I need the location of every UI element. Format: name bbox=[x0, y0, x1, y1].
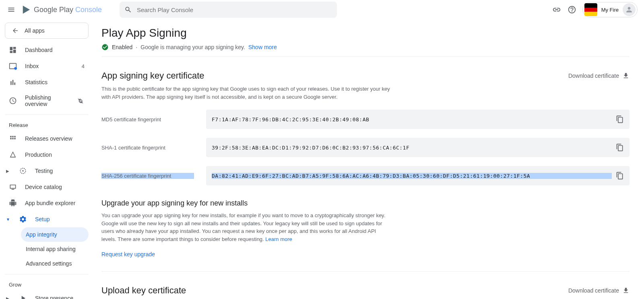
hamburger-menu-button[interactable] bbox=[6, 5, 16, 15]
signing-heading: App signing key certificate bbox=[101, 71, 391, 81]
download-signing-cert-button[interactable]: Download certificate bbox=[568, 71, 630, 79]
bar-chart-icon bbox=[9, 78, 17, 86]
sidebar-item-label: Production bbox=[25, 152, 52, 158]
upload-section: Upload key certificate This is the publi… bbox=[101, 285, 630, 299]
sidebar-subitem-advanced-settings[interactable]: Advanced settings bbox=[21, 256, 89, 271]
copy-md5-button[interactable] bbox=[616, 115, 624, 123]
sidebar-item-label: Statistics bbox=[25, 79, 47, 85]
status-dot: · bbox=[136, 44, 137, 50]
download-icon bbox=[622, 287, 630, 294]
sidebar-item-dashboard[interactable]: Dashboard bbox=[5, 42, 89, 58]
sync-off-icon bbox=[77, 97, 85, 104]
all-apps-label: All apps bbox=[25, 27, 45, 34]
sidebar: All apps Dashboard Inbox 4 Statistics Pu… bbox=[0, 19, 93, 299]
svg-point-0 bbox=[14, 67, 17, 70]
inbox-icon bbox=[9, 62, 17, 70]
sidebar-item-label: Advanced settings bbox=[26, 260, 72, 267]
status-desc: Google is managing your app signing key. bbox=[140, 44, 245, 50]
all-apps-button[interactable]: All apps bbox=[5, 23, 89, 39]
sidebar-item-label: Device catalog bbox=[25, 184, 62, 190]
sidebar-item-publishing[interactable]: Publishing overview bbox=[5, 90, 89, 111]
signing-section: App signing key certificate This is the … bbox=[101, 71, 630, 185]
arrow-left-icon bbox=[12, 27, 19, 34]
sidebar-item-store-presence[interactable]: ▶ Store presence bbox=[5, 290, 89, 299]
download-icon bbox=[622, 72, 630, 79]
sidebar-item-label: Dashboard bbox=[25, 47, 53, 53]
sidebar-item-inbox[interactable]: Inbox 4 bbox=[5, 58, 89, 74]
account-name: My Fire bbox=[601, 7, 619, 13]
chevron-right-icon: ▶ bbox=[6, 169, 11, 173]
inbox-badge: 4 bbox=[82, 63, 85, 69]
main-content: Play App Signing Enabled · Google is man… bbox=[93, 19, 644, 299]
logo-text: Google Play Console bbox=[34, 6, 102, 14]
store-icon bbox=[19, 294, 27, 299]
request-upgrade-link[interactable]: Request key upgrade bbox=[101, 251, 155, 257]
search-input[interactable] bbox=[137, 6, 332, 13]
sidebar-item-setup[interactable]: ▼ Setup bbox=[5, 211, 89, 227]
sha256-label: SHA-256 certificate fingerprint bbox=[101, 173, 194, 179]
account-avatar bbox=[584, 3, 597, 16]
download-upload-cert-button[interactable]: Download certificate bbox=[568, 285, 630, 294]
sha256-value: DA:82:41:AD:E9:6F:27:BC:AD:B7:A5:9F:58:6… bbox=[212, 173, 612, 179]
profile-avatar[interactable] bbox=[623, 3, 636, 16]
copy-sha1-button[interactable] bbox=[616, 143, 624, 152]
status-enabled: Enabled bbox=[112, 44, 132, 50]
download-label: Download certificate bbox=[568, 73, 619, 79]
sidebar-item-production[interactable]: Production bbox=[5, 147, 89, 163]
play-icon bbox=[22, 5, 31, 15]
search-icon bbox=[124, 6, 132, 14]
help-icon-button[interactable] bbox=[567, 5, 577, 15]
sidebar-item-bundle-explorer[interactable]: App bundle explorer bbox=[5, 195, 89, 211]
top-header: Google Play Console My Fire bbox=[0, 0, 644, 19]
sidebar-item-releases-overview[interactable]: Releases overview bbox=[5, 131, 89, 147]
sidebar-item-label: App integrity bbox=[26, 231, 57, 238]
sidebar-item-testing[interactable]: ▶ Testing bbox=[5, 163, 89, 179]
dashboard-icon bbox=[9, 46, 17, 54]
upgrade-heading: Upgrade your app signing key for new ins… bbox=[101, 199, 630, 208]
sidebar-item-label: Inbox bbox=[25, 63, 39, 69]
sidebar-subitem-internal-sharing[interactable]: Internal app sharing bbox=[21, 242, 89, 256]
sha1-value-box: 39:2F:58:3E:AB:EA:DC:D1:79:92:D7:D6:0C:B… bbox=[206, 138, 630, 157]
menu-icon bbox=[7, 6, 15, 14]
sidebar-item-statistics[interactable]: Statistics bbox=[5, 74, 89, 90]
sidebar-subitem-app-integrity[interactable]: App integrity bbox=[21, 227, 89, 242]
devices-icon bbox=[9, 183, 17, 191]
fingerprint-row-sha256: SHA-256 certificate fingerprint DA:82:41… bbox=[101, 166, 630, 185]
android-icon bbox=[9, 199, 17, 207]
section-heading-release: Release bbox=[5, 114, 89, 131]
sha1-value: 39:2F:58:3E:AB:EA:DC:D1:79:92:D7:D6:0C:B… bbox=[212, 145, 612, 151]
show-more-link[interactable]: Show more bbox=[248, 44, 277, 50]
status-row: Enabled · Google is managing your app si… bbox=[101, 44, 630, 57]
link-icon-button[interactable] bbox=[552, 5, 561, 15]
md5-value-box: F7:1A:AF:78:7F:96:DB:4C:2C:95:3E:40:2B:4… bbox=[206, 110, 630, 129]
chevron-right-icon: ▶ bbox=[6, 296, 11, 299]
signing-desc: This is the public certificate for the a… bbox=[101, 85, 391, 101]
copy-sha256-button[interactable] bbox=[616, 172, 624, 180]
upload-heading: Upload key certificate bbox=[101, 285, 391, 296]
page-title: Play App Signing bbox=[101, 27, 630, 39]
upgrade-desc: You can upgrade your app signing key for… bbox=[101, 212, 391, 243]
sidebar-item-label: Setup bbox=[35, 216, 50, 222]
learn-more-link[interactable]: Learn more bbox=[265, 236, 292, 242]
copy-icon bbox=[616, 115, 624, 123]
sha256-value-box: DA:82:41:AD:E9:6F:27:BC:AD:B7:A5:9F:58:6… bbox=[206, 166, 630, 185]
fingerprint-row-sha1: SHA-1 certificate fingerprint 39:2F:58:3… bbox=[101, 138, 630, 157]
copy-icon bbox=[616, 143, 624, 152]
help-icon bbox=[568, 5, 576, 14]
download-label: Download certificate bbox=[568, 287, 619, 294]
sidebar-item-label: Store presence bbox=[35, 295, 73, 299]
link-icon bbox=[552, 5, 561, 14]
svg-point-2 bbox=[22, 170, 23, 171]
schedule-icon bbox=[9, 97, 17, 105]
fingerprint-row-md5: MD5 certificate fingerprint F7:1A:AF:78:… bbox=[101, 110, 630, 129]
apps-icon bbox=[9, 135, 17, 143]
sidebar-item-device-catalog[interactable]: Device catalog bbox=[5, 179, 89, 195]
sidebar-item-label: Internal app sharing bbox=[26, 246, 76, 252]
target-icon bbox=[19, 167, 27, 175]
logo[interactable]: Google Play Console bbox=[22, 5, 102, 15]
md5-label: MD5 certificate fingerprint bbox=[101, 116, 194, 123]
search-bar[interactable] bbox=[120, 2, 337, 18]
md5-value: F7:1A:AF:78:7F:96:DB:4C:2C:95:3E:40:2B:4… bbox=[212, 116, 612, 123]
account-switcher[interactable]: My Fire bbox=[582, 2, 638, 17]
gear-icon bbox=[19, 215, 27, 223]
